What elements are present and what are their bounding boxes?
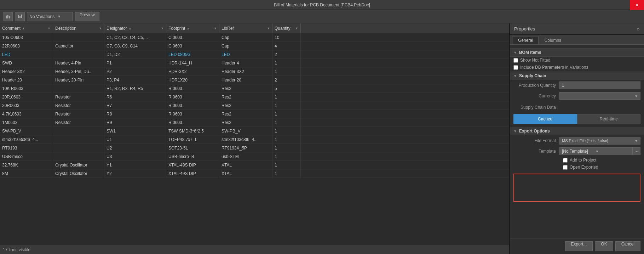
variations-dropdown[interactable]: No Variations ▼	[27, 12, 73, 21]
close-button[interactable]: ×	[630, 0, 644, 10]
cell-libref: Cap	[219, 42, 272, 50]
table-row[interactable]: SW-PB_VSW1TSW SMD-3*6*2.5SW-PB_V1	[0, 127, 509, 135]
cell-comment: 105 C0603	[0, 33, 53, 41]
cell-description	[53, 135, 104, 143]
production-qty-label: Production Quantity	[513, 83, 559, 88]
cell-libref: usb-STM	[219, 152, 272, 160]
cell-quantity: 2	[272, 50, 301, 58]
col-comment-sort: ▲	[22, 27, 25, 30]
cell-description: Header, 3-Pin, Du...	[53, 67, 104, 75]
cell-designator: P2	[104, 67, 166, 75]
cell-footprint: HDR-1X4_H	[166, 59, 219, 67]
table-row[interactable]: 10K R0603R1, R2, R3, R4, R5R 0603Res25	[0, 84, 509, 93]
cell-libref: LED	[219, 50, 272, 58]
supply-chain-label: Supply Chain	[519, 73, 546, 78]
table-row[interactable]: 8MCrystal OscillatorY2XTAL-49S DIPXTAL1	[0, 169, 509, 178]
tab-general[interactable]: General	[513, 36, 539, 44]
add-to-project-checkbox[interactable]	[563, 158, 568, 163]
export-options-arrow: ▼	[513, 129, 517, 133]
col-desc-filter[interactable]: ▼	[99, 27, 102, 30]
svg-rect-2	[9, 16, 10, 18]
template-extra-button[interactable]: ···	[633, 147, 640, 155]
table-row[interactable]: USB-mricoU3USB-micro_Busb-STM1	[0, 152, 509, 161]
bottom-buttons: Export... OK Cancel	[510, 238, 644, 254]
cell-comment: 10K R0603	[0, 84, 53, 92]
table-row[interactable]: stm32f103c8t6_4...U1TQFP48 7x7_Lstm32f10…	[0, 135, 509, 144]
table-body[interactable]: 105 C0603C1, C2, C3, C4, C5,...C 0603Cap…	[0, 33, 509, 245]
col-header-quantity[interactable]: Quantity ▼	[272, 23, 301, 33]
col-comment-filter[interactable]: ▼	[47, 27, 51, 30]
toolbar-btn-2[interactable]	[15, 12, 25, 21]
table-row[interactable]: Header 3X2Header, 3-Pin, Du...P2HDR-3X2H…	[0, 67, 509, 76]
table-row[interactable]: 20R,0603ResistorR6R 0603Res21	[0, 93, 509, 101]
cell-comment: 20R,0603	[0, 93, 53, 101]
cancel-button[interactable]: Cancel	[615, 241, 640, 251]
col-header-designator[interactable]: Designator ▲ ▼	[104, 23, 166, 33]
cell-footprint: R 0603	[166, 84, 219, 92]
table-row[interactable]: SWDHeader, 4-PinP1HDR-1X4_HHeader 41	[0, 59, 509, 67]
export-button[interactable]: Export...	[565, 241, 593, 251]
table-row[interactable]: 20R0603ResistorR7R 0603Res21	[0, 101, 509, 110]
cell-comment: Header 20	[0, 76, 53, 84]
cached-button[interactable]: Cached	[513, 114, 577, 124]
cell-quantity: 1	[272, 161, 301, 169]
table-row[interactable]: 22P,0603CapacitorC7, C8, C9, C14C 0603Ca…	[0, 42, 509, 50]
title-bar: Bill of Materials for PCB Document [PCB4…	[0, 0, 644, 10]
properties-header: Properties »	[510, 23, 644, 35]
table-row[interactable]: 1M0603ResistorR9R 0603Res21	[0, 118, 509, 127]
cell-footprint: TQFP48 7x7_L	[166, 135, 219, 143]
file-format-dropdown[interactable]: MS Excel File (*.xls, *.xlsx) ▼	[559, 137, 640, 145]
cell-comment: RT9193	[0, 144, 53, 152]
cell-description: Resistor	[53, 118, 104, 126]
export-options-section-header[interactable]: ▼ Export Options	[510, 127, 644, 135]
cell-designator: R8	[104, 110, 166, 118]
cell-footprint: R 0603	[166, 101, 219, 109]
cell-footprint: R 0603	[166, 118, 219, 126]
status-bar: 17 lines visible	[0, 245, 509, 254]
preview-button[interactable]: Preview	[75, 12, 99, 21]
bom-items-section-header[interactable]: ▼ BOM Items	[510, 48, 644, 57]
col-designator-filter[interactable]: ▼	[161, 27, 164, 30]
cell-footprint: R 0603	[166, 110, 219, 118]
include-db-label: Include DB Parameters in Variations	[520, 65, 588, 70]
svg-rect-3	[18, 15, 19, 18]
col-header-footprint[interactable]: Footprint ▲ ▼	[166, 23, 219, 33]
currency-dropdown[interactable]: ▼	[559, 92, 640, 100]
col-header-libref[interactable]: LibRef ▼	[219, 23, 272, 33]
table-row[interactable]: RT9193U2SOT23-5LRT9193X_5P1	[0, 144, 509, 152]
toolbar-btn-1[interactable]	[3, 12, 13, 21]
table-row[interactable]: 32.768KCrystal OscillatorY1XTAL-49S DIPX…	[0, 161, 509, 169]
col-header-description[interactable]: Description ▼	[53, 23, 104, 33]
table-row[interactable]: 4.7K,0603ResistorR8R 0603Res21	[0, 110, 509, 118]
col-footprint-filter[interactable]: ▼	[214, 27, 217, 30]
col-header-comment[interactable]: Comment ▲ ▼	[0, 23, 53, 33]
collapse-button[interactable]: »	[637, 26, 640, 32]
template-dropdown[interactable]: [No Template] ▼	[559, 147, 633, 155]
cell-quantity: 1	[272, 59, 301, 67]
bom-items-arrow: ▼	[513, 51, 517, 55]
table-row[interactable]: Header 20Header, 20-PinP3, P4HDR1X20Head…	[0, 76, 509, 84]
table-row[interactable]: LEDD1, D2LED 0805GLED2	[0, 50, 509, 59]
production-qty-input[interactable]	[559, 81, 640, 89]
col-libref-filter[interactable]: ▼	[267, 27, 270, 30]
svg-rect-5	[21, 15, 22, 18]
show-not-fitted-checkbox[interactable]	[513, 58, 518, 63]
tab-columns[interactable]: Columns	[539, 36, 567, 44]
cell-description	[53, 144, 104, 152]
cell-designator: Y2	[104, 169, 166, 177]
cell-designator: P3, P4	[104, 76, 166, 84]
cell-designator: R9	[104, 118, 166, 126]
cell-comment: 1M0603	[0, 118, 53, 126]
supply-chain-section-header[interactable]: ▼ Supply Chain	[510, 72, 644, 80]
col-designator-label: Designator	[107, 26, 127, 31]
cell-designator: SW1	[104, 127, 166, 135]
cell-footprint: USB-micro_B	[166, 152, 219, 160]
include-db-checkbox[interactable]	[513, 65, 518, 70]
cell-libref: Header 3X2	[219, 67, 272, 75]
open-exported-checkbox[interactable]	[563, 165, 568, 170]
col-qty-filter[interactable]: ▼	[295, 27, 298, 30]
table-row[interactable]: 105 C0603C1, C2, C3, C4, C5,...C 0603Cap…	[0, 33, 509, 42]
ok-button[interactable]: OK	[595, 241, 613, 251]
realtime-button[interactable]: Real-time	[577, 114, 641, 124]
col-footprint-sort: ▲	[186, 27, 190, 30]
